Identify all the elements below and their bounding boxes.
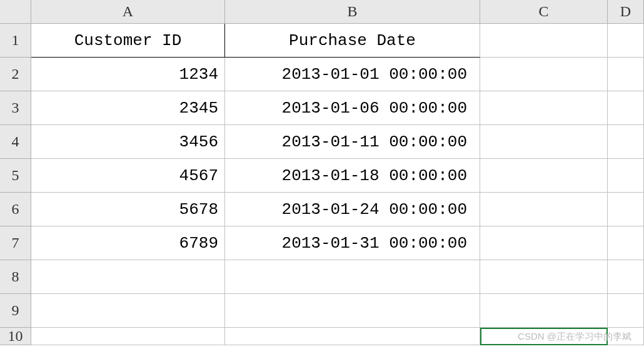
row-header-10[interactable]: 10 [0,328,31,345]
cell-b7[interactable]: 2013-01-31 00:00:00 [225,226,480,260]
cell-d6[interactable] [608,193,644,226]
cell-a7[interactable]: 6789 [31,226,225,260]
column-header-b[interactable]: B [225,0,480,24]
cell-d4[interactable] [608,125,644,159]
cell-b9[interactable] [225,294,480,328]
row-header-9[interactable]: 9 [0,294,31,328]
cell-a2[interactable]: 1234 [31,58,225,91]
column-header-c[interactable]: C [480,0,608,24]
spreadsheet-grid: A B C D 1 Customer ID Purchase Date 2 12… [0,0,644,345]
column-header-d[interactable]: D [608,0,644,24]
cell-b3[interactable]: 2013-01-06 00:00:00 [225,91,480,125]
cell-b6[interactable]: 2013-01-24 00:00:00 [225,193,480,226]
row-header-3[interactable]: 3 [0,91,31,125]
row-header-2[interactable]: 2 [0,58,31,91]
cell-c2[interactable] [480,58,608,91]
cell-d1[interactable] [608,24,644,58]
cell-c4[interactable] [480,125,608,159]
cell-b10[interactable] [225,328,480,345]
row-header-8[interactable]: 8 [0,260,31,294]
cell-c9[interactable] [480,294,608,328]
column-header-a[interactable]: A [31,0,225,24]
cell-a6[interactable]: 5678 [31,193,225,226]
cell-a9[interactable] [31,294,225,328]
cell-b8[interactable] [225,260,480,294]
cell-c7[interactable] [480,226,608,260]
cell-d3[interactable] [608,91,644,125]
cell-a4[interactable]: 3456 [31,125,225,159]
cell-a8[interactable] [31,260,225,294]
cell-c5[interactable] [480,159,608,193]
row-header-4[interactable]: 4 [0,125,31,159]
cell-c6[interactable] [480,193,608,226]
cell-d8[interactable] [608,260,644,294]
row-header-6[interactable]: 6 [0,193,31,226]
cell-c3[interactable] [480,91,608,125]
cell-a1[interactable]: Customer ID [31,24,225,58]
cell-c8[interactable] [480,260,608,294]
cell-a10[interactable] [31,328,225,345]
cell-b2[interactable]: 2013-01-01 00:00:00 [225,58,480,91]
cell-a5[interactable]: 4567 [31,159,225,193]
watermark-text: CSDN @正在学习中的李斌 [518,331,631,343]
select-all-corner[interactable] [0,0,31,24]
cell-a3[interactable]: 2345 [31,91,225,125]
row-header-5[interactable]: 5 [0,159,31,193]
row-header-1[interactable]: 1 [0,24,31,58]
cell-b1[interactable]: Purchase Date [225,24,480,58]
cell-d7[interactable] [608,226,644,260]
cell-d2[interactable] [608,58,644,91]
cell-b4[interactable]: 2013-01-11 00:00:00 [225,125,480,159]
row-header-7[interactable]: 7 [0,226,31,260]
cell-b5[interactable]: 2013-01-18 00:00:00 [225,159,480,193]
cell-d9[interactable] [608,294,644,328]
cell-d5[interactable] [608,159,644,193]
cell-c1[interactable] [480,24,608,58]
